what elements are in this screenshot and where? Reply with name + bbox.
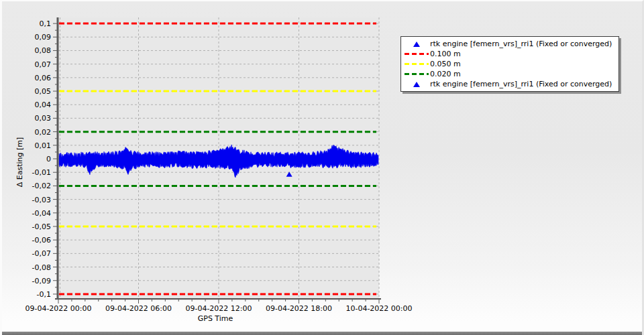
legend-item-label: 0.020 m [430, 69, 461, 79]
y-tick-label: 0,08 [35, 46, 52, 55]
y-tick-label: 0,07 [35, 60, 52, 69]
y-tick-label: -0,01 [32, 168, 51, 177]
y-tick-label: -0,06 [32, 236, 51, 245]
legend-item-label: 0.100 m [430, 49, 461, 59]
y-tick-label: -0,09 [32, 277, 51, 285]
x-tick-label: 09-04-2022 06:00 [105, 304, 172, 313]
y-tick-label: 0,02 [35, 128, 52, 137]
y-tick-label: -0,1 [37, 290, 51, 299]
legend-item-label: rtk engine [femern_vrs]_rri1 (Fixed or c… [430, 79, 612, 89]
window-bottom-edge [2, 332, 642, 335]
legend-item: 0.050 m [403, 59, 612, 69]
legend-item-label: 0.050 m [430, 59, 461, 69]
dashed-line-icon [405, 73, 429, 75]
y-tick-label: -0,08 [32, 263, 51, 272]
y-tick-label: -0,04 [32, 209, 51, 218]
legend-triangle-marker-icon [403, 42, 430, 47]
legend-item: 0.100 m [403, 49, 612, 59]
y-tick-label: -0,07 [32, 249, 51, 258]
chart-panel: 0,10,090,080,070,060,050,040,030,020,010… [0, 0, 644, 335]
dashed-line-icon [405, 53, 429, 55]
triangle-marker-icon [413, 42, 420, 47]
legend-dashed-line-icon [403, 63, 430, 65]
y-tick-label: 0,04 [35, 100, 52, 109]
legend-dashed-line-icon [403, 53, 430, 55]
y-tick-label: -0,02 [32, 182, 51, 190]
x-tick-label: 09-04-2022 12:00 [185, 304, 252, 313]
legend-box: rtk engine [femern_vrs]_rri1 (Fixed or c… [400, 36, 619, 92]
y-axis-title: Δ Easting [m] [15, 137, 24, 188]
y-tick-label: 0,01 [35, 141, 52, 150]
dashed-line-icon [405, 63, 429, 65]
x-axis-title: GPS Time [198, 314, 233, 323]
y-axis-spine [57, 17, 59, 299]
x-tick-label: 09-04-2022 18:00 [266, 304, 332, 313]
legend-item: 0.020 m [403, 69, 612, 79]
y-tick-label: -0,03 [32, 196, 51, 204]
x-tick-label: 09-04-2022 00:00 [25, 304, 91, 313]
legend-item-label: rtk engine [femern_vrs]_rri1 (Fixed or c… [430, 39, 612, 49]
y-tick-label: 0,06 [35, 74, 52, 82]
y-tick-label: 0,05 [35, 87, 52, 96]
legend-item: rtk engine [femern_vrs]_rri1 (Fixed or c… [403, 39, 612, 49]
triangle-marker-icon [413, 82, 420, 87]
y-tick-label: 0,1 [40, 19, 52, 28]
legend-item: rtk engine [femern_vrs]_rri1 (Fixed or c… [403, 79, 612, 89]
legend-dashed-line-icon [403, 73, 430, 75]
y-tick-label: 0,09 [35, 33, 52, 42]
y-tick-label: -0,05 [32, 222, 51, 231]
y-tick-label: 0,03 [35, 114, 52, 123]
legend-triangle-marker-icon [403, 82, 430, 87]
x-axis-spine [55, 298, 381, 299]
y-tick-label: 0 [46, 155, 51, 163]
x-tick-label: 10-04-2022 00:00 [345, 304, 412, 313]
